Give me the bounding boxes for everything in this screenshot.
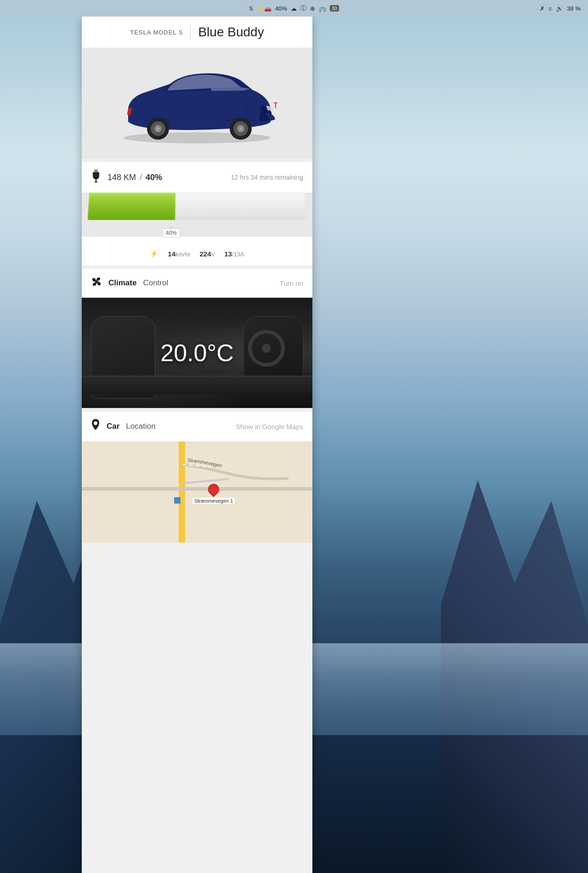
charging-stats: ⚡ 14km/hr 224V 13/13A	[82, 237, 312, 265]
battery-header: 148 KM / 40% 12 hrs 34 mins remaining	[82, 162, 312, 193]
status-bar-right: ✗ ⌽ 🔊 38 %	[540, 5, 581, 12]
bolt-icon: ⚡	[150, 249, 158, 258]
map-blue-marker	[174, 497, 181, 504]
car-model: TESLA MODEL S	[130, 29, 183, 36]
battery-info: 148 KM / 40%	[107, 173, 225, 182]
car-image: T	[110, 62, 284, 145]
svg-text:T: T	[273, 102, 278, 109]
battery-bar-wrapper: 40%	[89, 193, 305, 229]
status-bar-center: S ⚡🚗 40% ☁ ⓘ ⊕ 🚌 30	[249, 4, 339, 12]
dollar-icon: S	[249, 5, 253, 12]
svg-rect-13	[96, 170, 97, 172]
svg-point-10	[239, 127, 242, 130]
location-header: Car Location Show in Google Maps	[82, 412, 312, 442]
location-title-bold: Car	[107, 422, 119, 431]
climate-fan-icon	[91, 276, 102, 290]
battery-status: 40%	[275, 5, 287, 12]
svg-rect-12	[95, 170, 96, 172]
battery-bar-container: 40%	[82, 193, 312, 237]
battery-slash: /	[140, 173, 142, 182]
battery-remaining: 12 hrs 34 mins remaining	[231, 174, 303, 181]
car-svg: T	[110, 62, 284, 145]
signal-icon: ⚡🚗	[257, 5, 271, 12]
car-name: Blue Buddy	[198, 25, 264, 40]
bluetooth-icon: ✗	[540, 5, 545, 12]
app-header: TESLA MODEL S Blue Buddy	[82, 17, 312, 48]
show-google-maps-button[interactable]: Show in Google Maps	[236, 423, 303, 431]
status-bar: S ⚡🚗 40% ☁ ⓘ ⊕ 🚌 30 ✗ ⌽ 🔊 38 %	[0, 0, 588, 17]
cloud-icon: ☁	[291, 5, 297, 12]
svg-rect-15	[95, 181, 97, 182]
svg-point-17	[94, 421, 97, 425]
battery-percent: 40%	[146, 173, 162, 182]
battery-fill	[88, 193, 175, 220]
plug-icon	[91, 170, 101, 185]
app-container[interactable]: TESLA MODEL S Blue Buddy	[82, 17, 312, 873]
car-image-section: T	[82, 48, 312, 159]
battery-km: 148 KM	[107, 173, 136, 182]
charging-voltage: 224V	[200, 250, 215, 258]
climate-interior-image: 20.0°C	[82, 298, 312, 408]
svg-rect-14	[96, 180, 96, 181]
climate-temperature: 20.0°C	[160, 339, 234, 367]
dashboard	[82, 376, 312, 394]
map-container[interactable]: Strømmevegen Strømmevegen 1	[82, 442, 312, 543]
battery-percent-label: 40%	[163, 228, 180, 238]
location-title-light: Location	[126, 422, 155, 431]
map-pin: Strømmevegen 1	[192, 484, 235, 504]
truck-icon: 🚌	[319, 5, 326, 12]
calendar-icon: 30	[330, 5, 339, 11]
charging-speed: 14km/hr	[168, 250, 190, 258]
climate-title-light: Control	[143, 278, 168, 288]
share-icon: ⊕	[310, 5, 315, 12]
climate-section: Climate Control Turn on 20.0°C	[82, 269, 312, 408]
map-background: Strømmevegen Strømmevegen 1	[82, 442, 312, 543]
climate-turn-on-button[interactable]: Turn on	[280, 279, 303, 287]
battery-empty	[175, 193, 306, 220]
volume-icon: 🔊	[556, 5, 563, 12]
charging-current: 13/13A	[224, 250, 244, 258]
battery-bar-3d	[88, 193, 307, 220]
battery-section: 148 KM / 40% 12 hrs 34 mins remaining 40…	[82, 162, 312, 265]
steering-wheel	[248, 330, 285, 367]
climate-header: Climate Control Turn on	[82, 269, 312, 298]
location-section: Car Location Show in Google Maps Strømm	[82, 412, 312, 543]
climate-title-bold: Climate	[108, 278, 136, 288]
wifi-icon: ⌽	[548, 5, 552, 12]
map-pin-label: Strømmevegen 1	[192, 498, 235, 504]
svg-point-6	[157, 127, 159, 130]
location-pin-icon	[91, 419, 100, 434]
info-icon: ⓘ	[300, 4, 306, 12]
device-battery: 38 %	[567, 5, 581, 12]
map-pin-head	[206, 482, 221, 497]
header-divider	[190, 25, 191, 39]
